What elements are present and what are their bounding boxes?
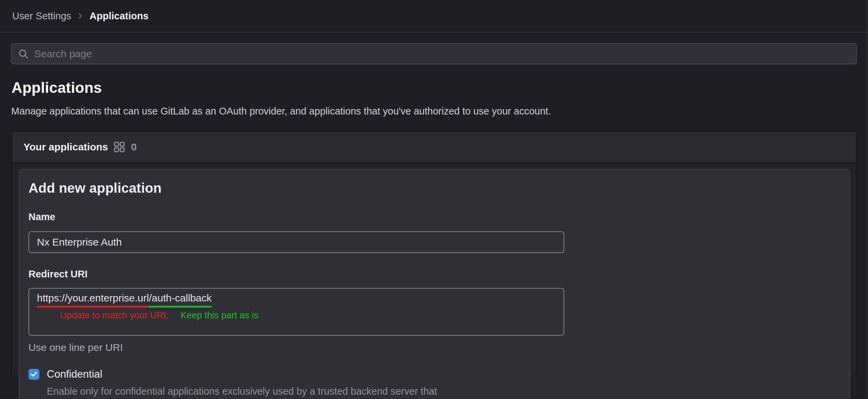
page-title: Applications [12, 79, 857, 96]
your-applications-section: Your applications 0 Add new application … [11, 131, 857, 375]
confidential-row: Confidential [28, 368, 839, 380]
checkmark-icon [30, 370, 38, 378]
chevron-right-icon [76, 12, 85, 20]
redirect-uri-host-part: https://your.enterprise.url [37, 292, 149, 308]
search-input[interactable] [34, 48, 850, 60]
confidential-help: Enable only for confidential application… [47, 384, 839, 399]
page-content: Applications Manage applications that ca… [0, 43, 868, 375]
redirect-uri-help: Use one line per URI [28, 342, 839, 353]
search-bar[interactable] [11, 43, 857, 64]
redirect-uri-textarea[interactable]: https://your.enterprise.url/auth-callbac… [28, 288, 564, 336]
add-new-application-card: Add new application Name Redirect URI ht… [19, 169, 850, 399]
confidential-checkbox[interactable] [28, 369, 39, 380]
redirect-uri-label: Redirect URI [28, 269, 839, 280]
name-label: Name [28, 211, 839, 223]
search-icon [18, 48, 29, 59]
redirect-uri-path-part: /auth-callback [149, 292, 212, 308]
applications-grid-icon [114, 141, 125, 153]
applications-settings-page: User Settings Applications Applications … [0, 0, 868, 399]
your-applications-header: Your applications 0 [12, 132, 856, 163]
card-title: Add new application [28, 181, 839, 196]
confidential-help-line-1: Enable only for confidential application… [47, 384, 839, 398]
section-body: Add new application Name Redirect URI ht… [12, 163, 856, 375]
breadcrumb-applications[interactable]: Applications [90, 10, 149, 22]
breadcrumb: User Settings Applications [0, 0, 868, 33]
applications-count-badge: 0 [131, 141, 137, 153]
scrollbar-track[interactable] [866, 0, 867, 399]
breadcrumb-user-settings[interactable]: User Settings [12, 10, 71, 22]
annotation-update-url: Update to match your URL [60, 310, 169, 321]
confidential-label[interactable]: Confidential [47, 368, 102, 380]
redirect-uri-value: https://your.enterprise.url/auth-callbac… [37, 292, 556, 304]
redirect-uri-annotations: Update to match your URL Keep this part … [60, 310, 556, 321]
section-title: Your applications [23, 141, 108, 153]
annotation-keep-part: Keep this part as is [181, 310, 259, 321]
application-name-input[interactable] [28, 231, 564, 253]
page-description: Manage applications that can use GitLab … [11, 106, 857, 117]
